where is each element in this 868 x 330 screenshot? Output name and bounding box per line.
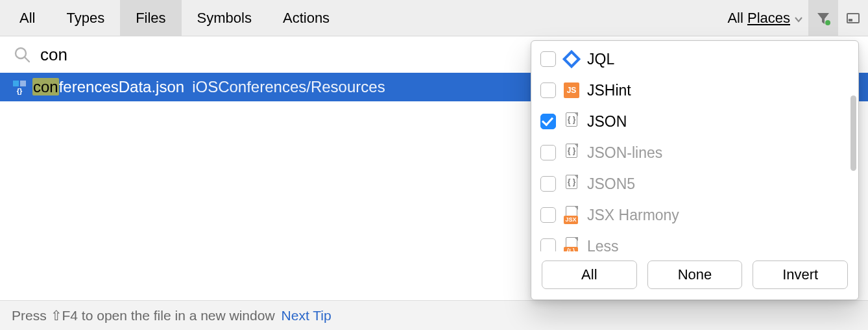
footer-tip: Press ⇧F4 to open the file in a new wind… bbox=[0, 300, 868, 330]
filetype-filter-popup: JQL JS JSHint { } JSON { } JSON-lines bbox=[531, 40, 859, 300]
jsx-icon: JSX bbox=[564, 206, 579, 224]
next-tip-link[interactable]: Next Tip bbox=[282, 308, 332, 324]
svg-rect-5 bbox=[20, 81, 26, 86]
filetype-option[interactable]: { } JSON5 bbox=[531, 168, 858, 199]
scrollbar-thumb[interactable] bbox=[850, 95, 856, 171]
filter-all-button[interactable]: All bbox=[542, 260, 637, 289]
tab-symbols[interactable]: Symbols bbox=[182, 0, 267, 36]
checkbox[interactable] bbox=[540, 238, 556, 251]
funnel-icon bbox=[815, 10, 831, 26]
tab-all[interactable]: All bbox=[4, 0, 51, 36]
checkbox[interactable] bbox=[540, 82, 556, 98]
search-icon bbox=[13, 45, 31, 64]
filetype-list: JQL JS JSHint { } JSON { } JSON-lines bbox=[531, 41, 858, 251]
tab-types[interactable]: Types bbox=[51, 0, 120, 36]
filter-action-bar: All None Invert bbox=[531, 251, 858, 299]
filetype-option[interactable]: { } JSON bbox=[531, 106, 858, 137]
checkbox[interactable] bbox=[540, 51, 556, 67]
checkbox[interactable] bbox=[540, 176, 556, 192]
less-icon: {L} bbox=[564, 237, 579, 251]
result-path: iOSConferences/Resources bbox=[192, 78, 385, 96]
tab-actions[interactable]: Actions bbox=[267, 0, 345, 36]
svg-line-3 bbox=[25, 57, 29, 62]
json-file-icon: {} bbox=[12, 79, 27, 95]
checkbox[interactable] bbox=[540, 145, 556, 160]
jql-icon bbox=[564, 50, 579, 68]
scope-dropdown[interactable]: All Places bbox=[718, 0, 808, 36]
checkbox[interactable] bbox=[540, 207, 556, 223]
search-tabs: All Types Files Symbols Actions All Plac… bbox=[0, 0, 868, 36]
filetype-option[interactable]: JS JSHint bbox=[531, 75, 858, 106]
result-filename: conferencesData.json bbox=[32, 78, 184, 96]
filetype-option[interactable]: JSX JSX Harmony bbox=[531, 199, 858, 231]
toolwindow-icon bbox=[847, 12, 860, 25]
filter-none-button[interactable]: None bbox=[647, 260, 743, 289]
svg-rect-1 bbox=[849, 19, 852, 21]
filetype-option[interactable]: {L} Less bbox=[531, 231, 858, 251]
tab-files[interactable]: Files bbox=[120, 0, 181, 36]
svg-rect-4 bbox=[13, 81, 19, 86]
filetype-option[interactable]: { } JSON-lines bbox=[531, 137, 858, 168]
jsonlines-icon: { } bbox=[564, 144, 579, 162]
checkbox[interactable] bbox=[540, 114, 556, 129]
filetype-option[interactable]: JQL bbox=[531, 44, 858, 75]
json5-icon: { } bbox=[564, 175, 579, 193]
jshint-icon: JS bbox=[564, 81, 579, 99]
svg-text:{}: {} bbox=[17, 87, 23, 95]
filter-button[interactable] bbox=[808, 0, 838, 36]
open-as-toolwindow-button[interactable] bbox=[838, 0, 868, 36]
filter-invert-button[interactable]: Invert bbox=[753, 260, 848, 289]
json-icon: { } bbox=[564, 112, 579, 131]
chevron-down-icon bbox=[794, 15, 803, 24]
